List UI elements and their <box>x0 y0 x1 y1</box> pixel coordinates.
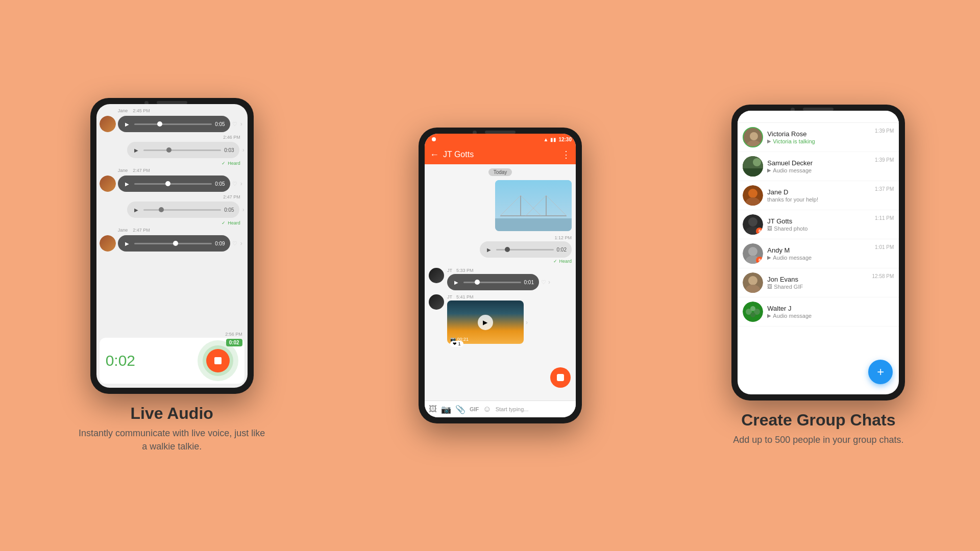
svg-point-21 <box>748 217 757 227</box>
play-icon-out[interactable]: ▶ <box>485 245 493 254</box>
play-icon-5[interactable]: ▶ <box>123 239 131 247</box>
bridge-svg <box>495 180 572 231</box>
andy-badge: 8 <box>756 257 763 264</box>
play-icon-3[interactable]: ▶ <box>123 180 131 188</box>
bridge-image[interactable] <box>495 180 572 231</box>
progress-2 <box>143 149 222 151</box>
arrow-3[interactable]: › <box>240 180 242 187</box>
play-icon-1[interactable]: ▶ <box>123 120 131 128</box>
sender-time-video: 5:41 PM <box>456 294 474 299</box>
avatar-jane-1 <box>100 116 116 132</box>
list-item-jt[interactable]: 8 JT Gotts 🖼 Shared photo 1:11 PM <box>738 210 899 239</box>
status-bar: ▲ ▮▮ 12:30 <box>425 134 576 145</box>
right-caption-sub: Add up to 500 people in your group chats… <box>733 434 903 446</box>
victoria-status: Victoria is talking <box>773 138 815 144</box>
svg-point-18 <box>748 189 757 198</box>
incoming-audio-bubble-1[interactable]: ▶ 0:01 <box>447 274 539 290</box>
heard-4: ✓ Heard <box>100 220 244 226</box>
duration-1: 0:05 <box>215 121 225 127</box>
walter-name: Walter J <box>767 305 894 312</box>
progress-dot-2 <box>166 147 172 153</box>
gif-icon-jon: 🖼 <box>767 284 772 289</box>
audio-bubble-5[interactable]: ▶ 0:09 <box>118 235 230 252</box>
jon-time: 12:58 PM <box>872 273 894 279</box>
time-2: 2:46 PM <box>223 135 240 140</box>
list-item-samuel[interactable]: Samuel Decker ▶ Audio message 1:39 PM <box>738 152 899 181</box>
audio-icon-andy: ▶ <box>767 255 771 260</box>
recording-visual: 0:02 <box>198 343 238 379</box>
list-item-jon[interactable]: Jon Evans 🖼 Shared GIF 12:58 PM <box>738 268 899 297</box>
middle-phone: ▲ ▮▮ 12:30 ← JT Gotts ⋮ Today <box>419 128 582 423</box>
avatar-walter <box>743 302 763 322</box>
chat-input-bar: 🖼 📷 📎 GIF ☺ Start typing... <box>425 400 576 417</box>
gif-icon[interactable]: GIF <box>470 406 479 412</box>
heart-icon-5[interactable]: ♡ <box>232 240 237 247</box>
arrow-incoming-1[interactable]: › <box>548 279 550 286</box>
out-progress <box>496 249 554 251</box>
back-button[interactable]: ← <box>430 149 439 160</box>
more-button[interactable]: ⋮ <box>561 149 571 160</box>
right-phone-screen: Victoria Rose ▶ Victoria is talking 1:39… <box>738 111 899 394</box>
arrow-5[interactable]: › <box>240 240 242 247</box>
list-item-walter[interactable]: Walter J ▶ Audio message <box>738 297 899 327</box>
arrow-1[interactable]: › <box>240 120 242 128</box>
left-phone-screen: Jane 2:45 PM ▶ 0:05 ♡ › <box>96 104 248 388</box>
progress-1 <box>134 123 212 125</box>
audio-screen: Jane 2:45 PM ▶ 0:05 ♡ › <box>96 104 248 388</box>
emoji-icon[interactable]: ☺ <box>483 405 491 414</box>
paperclip-icon[interactable]: 📎 <box>455 405 465 414</box>
camera-icon[interactable]: 📷 <box>441 405 451 414</box>
checkmark-2: ✓ <box>222 161 226 166</box>
list-item-jane[interactable]: Jane D thanks for your help! 1:37 PM <box>738 181 899 210</box>
stop-icon <box>214 357 222 364</box>
sender-label-1: Jane 2:45 PM <box>118 108 244 113</box>
chat-list-header <box>738 111 899 123</box>
reaction-badge[interactable]: ❤ 1 <box>450 341 463 347</box>
incoming-msg-video: JT 5:41 PM ▶ 📷 00:21 ❤ 1 <box>429 294 572 344</box>
video-container: ▶ 📷 00:21 ❤ 1 › <box>447 300 528 344</box>
audio-msg-4: ▶ 0:05 › <box>100 202 244 218</box>
outgoing-audio-bubble[interactable]: ▶ 0:02 <box>480 241 572 258</box>
walter-info: Walter J ▶ Audio message <box>767 305 894 319</box>
play-incoming-1[interactable]: ▶ <box>452 278 460 286</box>
play-icon-4[interactable]: ▶ <box>132 206 140 214</box>
jt-badge: 8 <box>756 228 763 235</box>
audio-bubble-2[interactable]: ▶ 0:03 <box>127 142 239 158</box>
victoria-time: 1:39 PM <box>875 128 894 134</box>
heart-icon-3[interactable]: ♡ <box>232 181 237 187</box>
audio-bubble-1[interactable]: ▶ 0:05 <box>118 116 230 132</box>
recording-time-label: 2:56 PM <box>100 332 244 337</box>
left-phone: Jane 2:45 PM ▶ 0:05 ♡ › <box>90 98 254 394</box>
video-play-btn[interactable]: ▶ <box>478 315 493 330</box>
avatar-jane <box>743 185 763 206</box>
jt-time: 1:11 PM <box>875 215 894 221</box>
audio-bubble-3[interactable]: ▶ 0:05 <box>118 176 230 192</box>
video-thumbnail[interactable]: ▶ 📷 00:21 ❤ 1 <box>447 300 524 344</box>
right-section: Victoria Rose ▶ Victoria is talking 1:39… <box>731 0 905 551</box>
image-attach-icon[interactable]: 🖼 <box>429 405 437 414</box>
heard-2: ✓ Heard <box>100 161 244 166</box>
arrow-4[interactable]: › <box>242 206 244 213</box>
jane-status: thanks for your help! <box>767 196 818 203</box>
record-fab[interactable] <box>550 367 571 388</box>
stop-button[interactable] <box>206 349 230 372</box>
outgoing-audio-container: 1:12 PM ▶ 0:02 ✓ Heard <box>480 235 572 264</box>
heart-icon-1[interactable]: ♡ <box>232 121 237 128</box>
audio-bubble-4[interactable]: ▶ 0:05 <box>127 202 239 218</box>
andy-status: Audio message <box>773 255 812 261</box>
chat-header: ← JT Gotts ⋮ <box>425 145 576 164</box>
list-item-andy[interactable]: 8 Andy M ▶ Audio message 1:01 PM <box>738 239 899 268</box>
progress-3 <box>134 183 212 185</box>
play-icon-2[interactable]: ▶ <box>132 146 140 154</box>
heart-incoming-1[interactable]: ♡ <box>541 279 546 286</box>
list-item-victoria[interactable]: Victoria Rose ▶ Victoria is talking 1:39… <box>738 123 899 152</box>
chat-body: Today <box>425 164 576 400</box>
svg-point-27 <box>748 276 757 285</box>
andy-time: 1:01 PM <box>875 244 894 250</box>
add-contact-fab[interactable]: + <box>868 360 893 384</box>
chat-input[interactable]: Start typing... <box>496 404 572 414</box>
wifi-icon: ▲ <box>544 137 549 142</box>
jane-avatar-img <box>743 185 763 206</box>
arrow-video[interactable]: › <box>526 319 528 326</box>
arrow-2[interactable]: › <box>242 146 244 154</box>
